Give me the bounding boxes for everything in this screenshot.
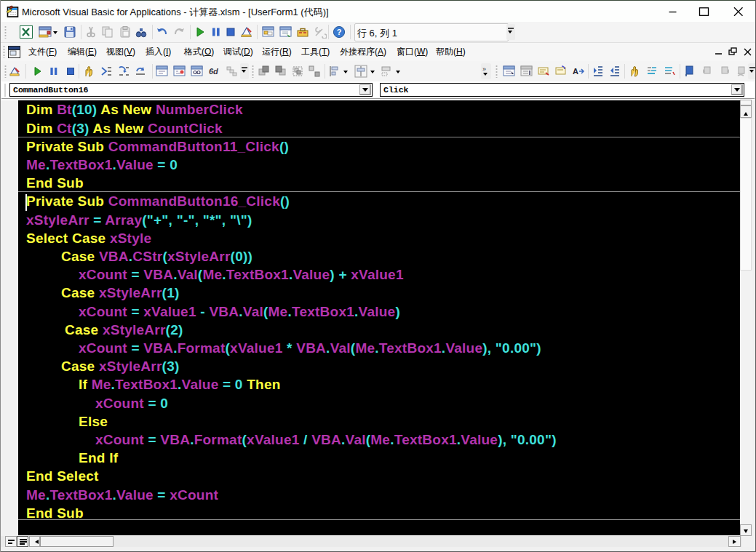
- svg-text:A: A: [573, 67, 578, 76]
- svg-text:?: ?: [337, 28, 342, 36]
- svg-text:6d: 6d: [209, 67, 218, 76]
